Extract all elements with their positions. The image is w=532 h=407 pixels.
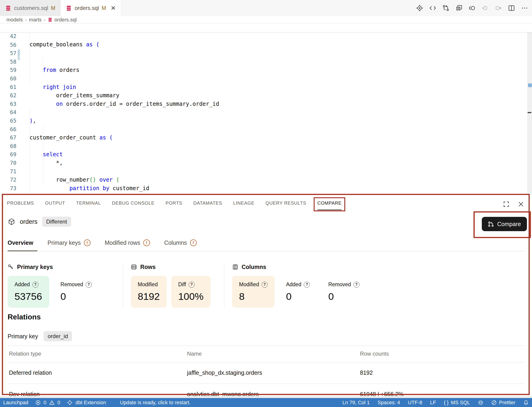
primary-key-row: Primary key order_id — [8, 331, 72, 341]
help-icon[interactable]: ? — [32, 282, 38, 288]
notifications-bell-icon[interactable] — [523, 400, 529, 405]
table-cell: Deferred relation — [9, 369, 187, 376]
line-number: 42 — [0, 32, 16, 40]
code-line: 70 partition by customer_id — [0, 150, 527, 159]
panel-resize-strip[interactable] — [0, 396, 532, 398]
view-tab-primary-keys[interactable]: Primary keys ! — [47, 239, 94, 251]
help-icon[interactable]: ? — [86, 282, 92, 288]
dbt-extension-status[interactable]: dbt Extension — [67, 400, 106, 406]
chevron-right-icon: › — [25, 17, 27, 22]
code-line: 75 — [0, 192, 527, 194]
code-line: 61 — [0, 74, 527, 83]
maximize-panel-icon[interactable] — [503, 201, 509, 207]
help-icon[interactable]: ? — [189, 282, 195, 288]
tab-customers-sql[interactable]: customers.sql M — [0, 0, 61, 16]
stat-card-diff: Diff ? 100% — [171, 276, 211, 308]
status-bar: Launchpad 0 0 dbt Extension Update is re… — [0, 398, 532, 407]
stat-card-modified: Modified 8192 — [131, 276, 167, 308]
annotation-box-compare-tab — [314, 197, 345, 211]
copilot-icon[interactable] — [478, 400, 483, 405]
column-header: Row counts — [360, 351, 524, 357]
compare-button[interactable]: Compare — [482, 217, 527, 231]
code-line: 71 order by ordered_at asc — [0, 159, 527, 167]
formatter-status[interactable]: Prettier — [491, 400, 515, 406]
indent-guide — [56, 159, 56, 167]
nav-circle-icon[interactable] — [482, 4, 489, 12]
more-icon[interactable] — [521, 4, 528, 12]
launchpad-button[interactable]: Launchpad — [3, 400, 28, 406]
close-panel-icon[interactable] — [518, 201, 524, 207]
primary-key-badge: order_id — [44, 331, 72, 341]
tab-orders-sql[interactable]: orders.sql M ✕ — [61, 0, 121, 16]
encoding-status[interactable]: UTF-8 — [408, 400, 422, 406]
help-icon[interactable]: ? — [262, 282, 268, 288]
indentation-status[interactable]: Spaces: 4 — [378, 400, 400, 406]
sql-file-icon — [48, 17, 53, 22]
help-icon[interactable]: ? — [354, 282, 359, 288]
view-tab-modified-rows[interactable]: Modified rows ! — [105, 239, 154, 251]
indent-guide — [30, 125, 30, 134]
stat-card-removed: Removed ? 0 — [54, 276, 99, 308]
panel-tab-compare[interactable]: Compare — [317, 201, 342, 210]
panel-tab-ports[interactable]: Ports — [166, 201, 182, 210]
close-icon[interactable]: ✕ — [111, 5, 116, 12]
panel-tab-problems[interactable]: Problems — [7, 201, 34, 210]
panel-tab-datamates[interactable]: Datamates — [193, 201, 222, 210]
code-editor[interactable]: 42 compute_booleans as ( 56 from orders … — [0, 23, 532, 194]
editor-scrollbar[interactable] — [527, 23, 532, 194]
braces-icon: { } — [444, 400, 449, 406]
key-icon — [8, 264, 14, 270]
git-compare-icon[interactable] — [442, 4, 449, 12]
panel-tab-lineage[interactable]: Lineage — [233, 201, 254, 210]
nav-back-icon[interactable] — [468, 4, 476, 12]
warning-circle-icon: ! — [190, 239, 197, 246]
tab-filename: orders.sql — [75, 5, 99, 11]
breadcrumb-item-file[interactable]: orders.sql — [48, 17, 77, 23]
cursor-position[interactable]: Ln 79, Col 1 — [342, 400, 370, 406]
bottom-panel: Problems Output Terminal Debug Console P… — [0, 194, 532, 398]
panel-tab-output[interactable]: Output — [45, 201, 65, 210]
indent-guide — [30, 184, 30, 193]
breadcrumb-item-marts[interactable]: marts — [29, 17, 42, 23]
indent-guide — [30, 117, 30, 125]
table-copy-icon[interactable] — [455, 4, 463, 12]
split-editor-icon[interactable] — [508, 4, 515, 12]
model-name: orders — [20, 218, 38, 225]
stat-card-removed: Removed ? 0 — [321, 276, 366, 308]
code-line: 66 select — [0, 117, 527, 125]
error-count: 0 — [44, 400, 46, 406]
error-icon — [35, 400, 41, 405]
update-message[interactable]: Update is ready, click to restart. — [120, 400, 191, 406]
language-mode[interactable]: { } MS SQL — [444, 400, 470, 406]
nav-forward-icon[interactable] — [495, 4, 502, 12]
chevron-right-icon: › — [44, 17, 46, 22]
view-tab-columns[interactable]: Columns ! — [164, 239, 201, 251]
indent-guide — [43, 167, 43, 176]
indent-guide — [30, 74, 30, 83]
stat-value: 100% — [178, 291, 204, 302]
stat-card-modified: Modified ? 8 — [232, 276, 274, 308]
cube-icon — [8, 218, 15, 225]
panel-tab-query-results[interactable]: Query Results — [266, 201, 306, 210]
indent-guide — [43, 133, 43, 142]
eol-status[interactable]: LF — [430, 400, 436, 406]
breadcrumb-item-models[interactable]: models — [7, 17, 23, 23]
panel-tab-debug-console[interactable]: Debug Console — [112, 201, 154, 210]
stat-value: 0 — [286, 291, 310, 302]
model-status-badge: Different — [42, 217, 71, 227]
code-line: 59 order_items_summary — [0, 58, 527, 66]
code-icon[interactable] — [429, 4, 436, 12]
compare-view-tabs: Overview Primary keys ! Modified rows ! … — [8, 239, 524, 251]
indent-guide — [30, 142, 30, 150]
view-tab-overview[interactable]: Overview — [8, 239, 37, 251]
indent-guide — [30, 49, 30, 58]
sticky-scroll-line[interactable]: 42 compute_booleans as ( — [0, 23, 532, 32]
problems-status[interactable]: 0 0 — [35, 400, 60, 406]
dbt-icon[interactable] — [416, 4, 423, 12]
code-line: 74 from compute_booleans — [0, 184, 527, 193]
help-icon[interactable]: ? — [304, 282, 310, 288]
indent-guide — [43, 142, 43, 150]
stat-value: 0 — [328, 291, 359, 302]
panel-tab-terminal[interactable]: Terminal — [76, 201, 101, 210]
panel-tab-bar: Problems Output Terminal Debug Console P… — [7, 201, 342, 210]
